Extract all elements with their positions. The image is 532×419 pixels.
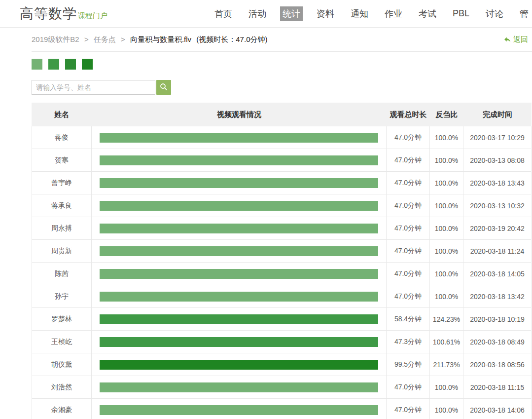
completion-time: 2020-03-18 08:56 <box>463 353 532 376</box>
watch-duration: 58.4分钟 <box>387 308 430 331</box>
table-row: 曾宇峥 47.0分钟 100.0% 2020-03-18 13:43 <box>32 172 532 194</box>
watch-progress-bar <box>100 224 378 233</box>
watch-progress-cell <box>92 353 387 376</box>
student-name: 周永搏 <box>32 217 92 240</box>
rumination-ratio: 100.0% <box>430 376 463 399</box>
watch-progress-bar <box>100 314 378 324</box>
stats-table: 姓名 视频观看情况 观看总时长 反刍比 完成时间 蒋俊 47.0分钟 100.0… <box>32 103 532 419</box>
completion-time: 2020-03-13 10:32 <box>463 194 532 217</box>
watch-duration: 47.0分钟 <box>387 194 430 217</box>
completion-time: 2020-03-18 13:42 <box>463 285 532 308</box>
table-row: 胡仪黛 99.5分钟 211.73% 2020-03-18 08:56 <box>32 353 532 376</box>
table-row: 蒋俊 47.0分钟 100.0% 2020-03-17 10:29 <box>32 126 532 149</box>
search-input[interactable] <box>32 80 155 95</box>
watch-duration: 47.0分钟 <box>387 240 430 263</box>
nav-item[interactable]: 作业 <box>382 6 405 21</box>
breadcrumb-section[interactable]: 任务点 <box>94 35 116 43</box>
nav-item[interactable]: 首页 <box>212 6 235 21</box>
nav-item[interactable]: 管 <box>517 6 531 21</box>
page-content: 2019级软件B2 > 任务点 > 向量积与数量积.flv (视频时长：47.0… <box>32 28 532 419</box>
watch-duration: 47.0分钟 <box>387 172 430 194</box>
watch-progress-cell <box>92 149 387 172</box>
back-label: 返回 <box>513 35 528 44</box>
student-name: 余湘豪 <box>32 399 92 419</box>
rumination-ratio: 100.0% <box>430 217 463 240</box>
completion-time: 2020-03-18 10:19 <box>463 308 532 331</box>
completion-time: 2020-03-13 08:08 <box>463 149 532 172</box>
legend-swatch <box>32 59 42 70</box>
rumination-ratio: 211.73% <box>430 353 463 376</box>
rumination-ratio: 100.0% <box>430 194 463 217</box>
student-name: 蒋承良 <box>32 194 92 217</box>
table-row: 周永搏 47.0分钟 100.0% 2020-03-19 20:42 <box>32 217 532 240</box>
completion-time: 2020-03-19 20:42 <box>463 217 532 240</box>
breadcrumb-separator: > <box>84 35 89 43</box>
watch-duration: 47.0分钟 <box>387 263 430 285</box>
watch-progress-bar <box>100 405 378 415</box>
back-link[interactable]: 返回 <box>503 35 528 44</box>
column-header: 姓名 <box>32 103 92 126</box>
brand-subtitle: 课程门户 <box>78 11 107 21</box>
nav-item[interactable]: 讨论 <box>483 6 506 21</box>
nav-item[interactable]: PBL <box>450 7 472 20</box>
rumination-ratio: 100.0% <box>430 126 463 149</box>
completion-time: 2020-03-18 14:06 <box>463 399 532 419</box>
table-row: 蒋承良 47.0分钟 100.0% 2020-03-13 10:32 <box>32 194 532 217</box>
search-button[interactable] <box>156 80 171 95</box>
nav-item[interactable]: 统计 <box>280 6 303 21</box>
legend-swatch <box>65 59 76 70</box>
column-header: 反刍比 <box>430 103 463 126</box>
column-header: 视频观看情况 <box>92 103 387 126</box>
breadcrumb-separator: > <box>121 35 125 43</box>
nav-item[interactable]: 通知 <box>348 6 371 21</box>
breadcrumb-course[interactable]: 2019级软件B2 <box>32 35 79 43</box>
watch-progress-cell <box>92 376 387 399</box>
watch-level-legend <box>32 59 532 70</box>
student-name: 王桢屹 <box>32 331 92 353</box>
table-row: 罗楚林 58.4分钟 124.23% 2020-03-18 10:19 <box>32 308 532 331</box>
watch-progress-cell <box>92 194 387 217</box>
watch-progress-bar <box>100 178 378 188</box>
main-nav: 首页 活动 统计 资料 通知 作业 考试 PBL 讨论 管 <box>212 6 532 21</box>
watch-progress-bar <box>100 246 378 256</box>
nav-item[interactable]: 活动 <box>246 6 269 21</box>
legend-swatch <box>48 59 59 70</box>
watch-progress-cell <box>92 126 387 149</box>
video-duration-note: (视频时长：47.0分钟) <box>196 35 267 43</box>
watch-progress-bar <box>100 201 378 211</box>
rumination-ratio: 100.0% <box>430 263 463 285</box>
watch-progress-bar <box>100 269 378 279</box>
nav-item[interactable]: 资料 <box>314 6 337 21</box>
rumination-ratio: 100.0% <box>430 285 463 308</box>
watch-progress-cell <box>92 308 387 331</box>
rumination-ratio: 100.0% <box>430 149 463 172</box>
table-body: 蒋俊 47.0分钟 100.0% 2020-03-17 10:29 贺寒 47.… <box>32 126 532 419</box>
student-name: 周贵新 <box>32 240 92 263</box>
watch-progress-cell <box>92 331 387 353</box>
column-header: 完成时间 <box>463 103 532 126</box>
table-row: 王桢屹 47.3分钟 100.61% 2020-03-18 08:49 <box>32 331 532 353</box>
watch-duration: 99.5分钟 <box>387 353 430 376</box>
student-name: 罗楚林 <box>32 308 92 331</box>
top-header: 高等数学 课程门户 首页 活动 统计 资料 通知 作业 考试 PBL 讨论 管 <box>0 0 532 28</box>
table-row: 陈茜 47.0分钟 100.0% 2020-03-18 14:05 <box>32 263 532 285</box>
watch-progress-cell <box>92 217 387 240</box>
student-name: 刘浩然 <box>32 376 92 399</box>
page-title: 向量积与数量积.flv <box>130 35 191 43</box>
breadcrumb-bar: 2019级软件B2 > 任务点 > 向量积与数量积.flv (视频时长：47.0… <box>32 28 532 52</box>
column-header: 观看总时长 <box>387 103 430 126</box>
rumination-ratio: 100.0% <box>430 172 463 194</box>
breadcrumb: 2019级软件B2 > 任务点 > 向量积与数量积.flv (视频时长：47.0… <box>32 35 267 44</box>
student-name: 陈茜 <box>32 263 92 285</box>
watch-progress-bar <box>100 155 378 165</box>
table-row: 贺寒 47.0分钟 100.0% 2020-03-13 08:08 <box>32 149 532 172</box>
rumination-ratio: 100.0% <box>430 240 463 263</box>
nav-item[interactable]: 考试 <box>416 6 439 21</box>
rumination-ratio: 124.23% <box>430 308 463 331</box>
watch-progress-cell <box>92 399 387 419</box>
student-name: 贺寒 <box>32 149 92 172</box>
table-row: 周贵新 47.0分钟 100.0% 2020-03-18 11:24 <box>32 240 532 263</box>
brand-title: 高等数学 <box>20 7 77 21</box>
brand-logo[interactable]: 高等数学 课程门户 <box>20 7 107 21</box>
table-row: 余湘豪 47.0分钟 100.0% 2020-03-18 14:06 <box>32 399 532 419</box>
